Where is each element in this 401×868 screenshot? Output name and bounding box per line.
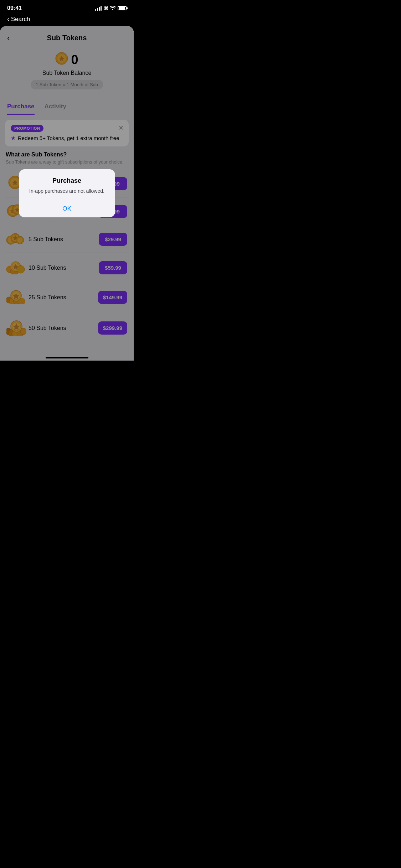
back-chevron-icon: ‹ — [7, 15, 10, 23]
modal-message: In-app purchases are not allowed. — [26, 187, 108, 195]
main-content: ‹ Sub Tokens 0 Sub Token Balance 1 Sub T… — [0, 26, 134, 361]
search-back-button[interactable]: ‹ Search — [7, 15, 127, 23]
wifi-icon: ⌘ — [104, 6, 115, 11]
signal-icon — [95, 6, 102, 11]
modal-title: Purchase — [26, 177, 108, 185]
modal-overlay: Purchase In-app purchases are not allowe… — [0, 26, 134, 361]
modal-actions: OK — [19, 200, 115, 217]
status-icons: ⌘ — [95, 6, 127, 11]
purchase-modal: Purchase In-app purchases are not allowe… — [19, 169, 115, 217]
status-time: 09:41 — [7, 5, 22, 11]
modal-ok-button[interactable]: OK — [19, 200, 115, 217]
status-bar: 09:41 ⌘ — [0, 0, 134, 14]
nav-back-area: ‹ Search — [0, 14, 134, 26]
back-label: Search — [11, 16, 30, 23]
modal-content: Purchase In-app purchases are not allowe… — [19, 169, 115, 200]
battery-icon — [118, 6, 127, 10]
